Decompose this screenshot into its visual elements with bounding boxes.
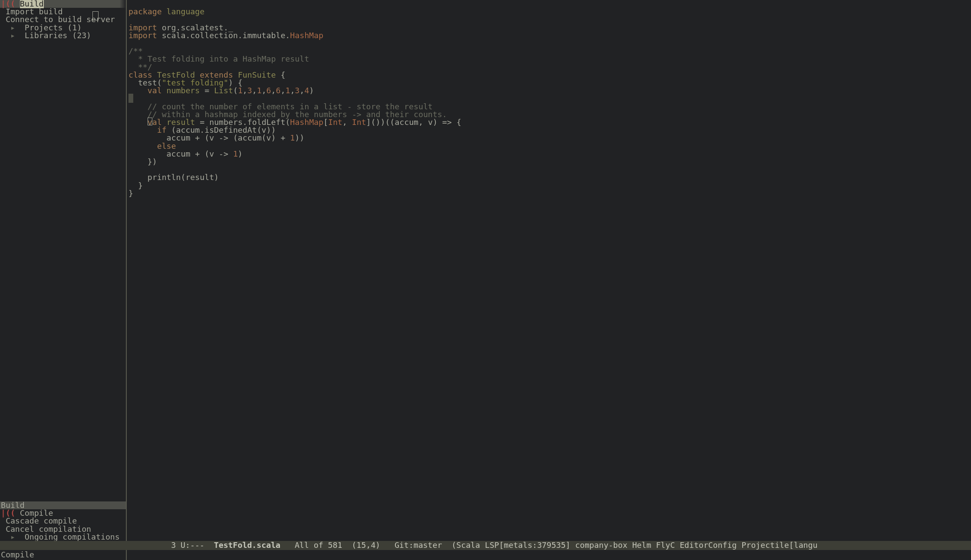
- code-lit: 1: [290, 133, 295, 142]
- code-lit: 6: [276, 86, 281, 95]
- code-lit: 3: [295, 86, 300, 95]
- code-token: Int: [352, 118, 366, 127]
- code-token: ]: [366, 118, 371, 127]
- code-token: ,: [280, 86, 285, 95]
- sidebar-item-label: Libraries (23): [25, 31, 91, 40]
- mode-line: 3 U:--- TestFold.scala All of 581 (15,4)…: [0, 541, 971, 550]
- code-token: (: [233, 86, 238, 95]
- mode-line-file: TestFold.scala: [209, 541, 285, 549]
- sidebar-top: |(( Build Import build Connect to build …: [0, 0, 126, 39]
- code-token: import: [128, 31, 157, 40]
- code-token: numbers: [167, 86, 200, 95]
- code-token: HashMap: [290, 31, 323, 40]
- code-lit: 6: [267, 86, 271, 95]
- code-token: ): [309, 86, 314, 95]
- code-token: val: [128, 86, 167, 95]
- chevron-right-icon: ▸: [10, 532, 15, 541]
- mode-line-indicator: 3: [171, 541, 176, 549]
- code-token: ,: [243, 86, 247, 95]
- code-lit: 4: [304, 86, 309, 95]
- code-lit: 1: [233, 149, 238, 158]
- code-token: Int: [328, 118, 342, 127]
- echo-text: Compile: [1, 551, 34, 559]
- code-comment: * Test folding into a HashMap result: [128, 54, 309, 63]
- code-token: ,: [271, 86, 276, 95]
- code-token: ,: [290, 86, 295, 95]
- mode-line-size: All of 581: [285, 541, 352, 549]
- code-token: =: [200, 86, 214, 95]
- mode-line-state: U:---: [176, 541, 209, 549]
- code-token: }): [128, 157, 157, 166]
- sidebar-gap: [0, 39, 126, 501]
- app: |(( Build Import build Connect to build …: [0, 0, 971, 560]
- code-editor[interactable]: package language import org.scalatest._ …: [127, 0, 971, 560]
- code-lit: 3: [247, 86, 252, 95]
- code-token: ,: [300, 86, 304, 95]
- code-token: )): [295, 133, 304, 142]
- code-token: ,: [342, 118, 352, 127]
- mode-line-modes: (Scala LSP[metals:379535] company-box He…: [451, 541, 817, 549]
- code-lit: 1: [238, 86, 243, 95]
- code-token: [: [323, 118, 328, 127]
- code-token: HashMap: [290, 118, 323, 127]
- mode-line-pad: [0, 541, 171, 549]
- code-token: ): [238, 149, 243, 158]
- code-token: ,: [252, 86, 257, 95]
- sidebar: |(( Build Import build Connect to build …: [0, 0, 127, 560]
- sidebar-item-libraries[interactable]: ▸ Libraries (23): [0, 32, 126, 39]
- chevron-right-icon: ▸: [10, 31, 15, 40]
- code-token: ,: [262, 86, 267, 95]
- mode-line-pos: (15,4): [352, 541, 385, 549]
- code-token: {: [276, 70, 285, 79]
- code-lit: 1: [257, 86, 262, 95]
- sidebar-item-label: Ongoing compilations: [25, 532, 120, 541]
- code-lit: 1: [285, 86, 290, 95]
- code-token: ())((accum, v) => {: [371, 118, 461, 127]
- code-token: }: [128, 189, 133, 198]
- sidebar-item-ongoing-compilations[interactable]: ▸ Ongoing compilations: [0, 533, 126, 541]
- code-token: package: [128, 7, 162, 16]
- echo-area: Compile: [0, 550, 971, 560]
- mode-line-git: Git:master: [385, 541, 451, 549]
- code-token: scala.collection.immutable.: [157, 31, 290, 40]
- code-token: List: [214, 86, 233, 95]
- code-token: language: [162, 7, 205, 16]
- code-token: FunSuite: [238, 70, 276, 79]
